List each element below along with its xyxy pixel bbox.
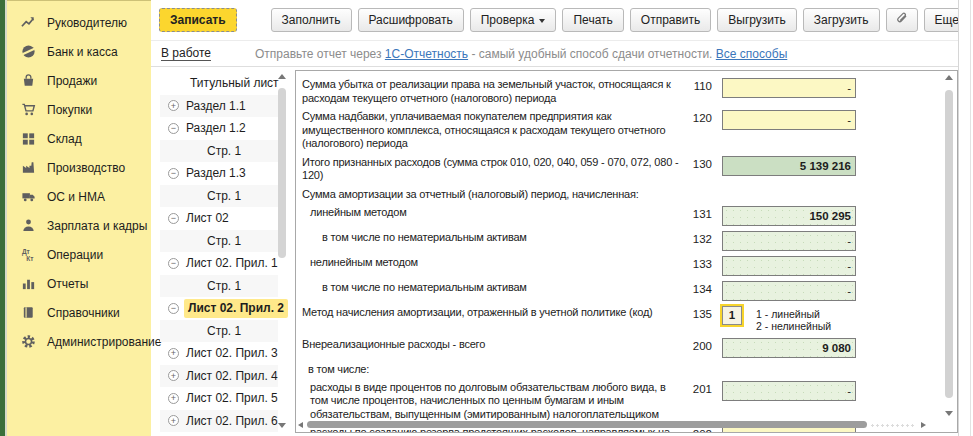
sidebar-item-bank[interactable]: Банк и касса (7, 37, 151, 66)
tree-item-раздел-1-2[interactable]: −Раздел 1.2 (160, 117, 278, 140)
field-200[interactable]: 9 080 (722, 338, 856, 358)
tree-item-label: Стр. 1 (207, 189, 241, 203)
print-button[interactable]: Печать (562, 8, 623, 32)
tree-item-стр-1[interactable]: Стр. 1 (160, 140, 278, 163)
tree-item-раздел-1-1[interactable]: +Раздел 1.1 (160, 95, 278, 118)
legend-line: 2 - нелинейный (756, 320, 831, 333)
tree-item-лист-02-прил-5[interactable]: +Лист 02. Прил. 5 (160, 387, 278, 410)
tree-item-лист-02-прил-4[interactable]: +Лист 02. Прил. 4 (160, 365, 278, 388)
sidebar-item-label: Отчеты (47, 277, 88, 291)
form-hscrollbar-track[interactable] (870, 423, 914, 427)
attachments-button[interactable] (886, 8, 918, 32)
trend-icon (20, 15, 36, 31)
report-status-link[interactable]: В работе (161, 46, 211, 61)
sidebar-item-admin[interactable]: Администрирование (7, 327, 151, 356)
save-button[interactable]: Записать (159, 8, 237, 32)
import-button[interactable]: Загрузить (803, 8, 880, 32)
all-ways-link[interactable]: Все способы (716, 47, 788, 61)
tree-item-label: Лист 02. Прил. 4 (186, 369, 278, 383)
tree-item-лист-02-прил-2[interactable]: −Лист 02. Прил. 2 (160, 297, 278, 320)
decrypt-button[interactable]: Расшифровать (358, 8, 464, 32)
sidebar-item-warehouse[interactable]: Склад (7, 124, 151, 153)
form-scroll-up-icon[interactable] (945, 75, 953, 80)
expand-plus-icon[interactable]: + (168, 415, 179, 426)
tree-item-раздел-1-3[interactable]: −Раздел 1.3 (160, 162, 278, 185)
collapse-minus-icon[interactable]: − (168, 123, 179, 134)
row-label: в том числе по нематериальным активам (302, 281, 680, 295)
form-scroll-left-icon[interactable] (298, 422, 303, 428)
tree-item-лист-02-прил-1[interactable]: −Лист 02. Прил. 1 (160, 252, 278, 275)
field-134[interactable]: - (722, 281, 856, 301)
expand-plus-icon[interactable]: + (168, 348, 179, 359)
field-120[interactable]: - (722, 110, 856, 130)
row-code: 120 (682, 110, 712, 124)
field-201[interactable]: - (722, 381, 856, 401)
row-code: 200 (682, 338, 712, 352)
form-scroll-right-icon[interactable] (921, 422, 926, 428)
debit-credit-icon: ДтКт (20, 247, 36, 263)
export-button[interactable]: Выгрузить (717, 8, 797, 32)
check-button[interactable]: Проверка (470, 8, 557, 32)
field-131[interactable]: 150 295 (722, 206, 856, 226)
collapse-minus-icon[interactable]: − (168, 213, 179, 224)
factory-icon (20, 160, 36, 176)
sidebar-item-manager[interactable]: Руководителю (7, 8, 151, 37)
collapse-minus-icon[interactable]: − (168, 168, 179, 179)
collapse-minus-icon[interactable]: − (168, 303, 179, 314)
collapse-minus-icon[interactable]: − (168, 258, 179, 269)
tree-item-титульный-лист[interactable]: Титульный лист (160, 72, 278, 95)
tree-scroll-down-icon[interactable] (278, 423, 286, 428)
field-132[interactable]: - (722, 231, 856, 251)
button-label: Заполнить (282, 13, 341, 27)
button-label: Выгрузить (728, 13, 786, 27)
field-110[interactable]: - (722, 78, 856, 98)
tree-scrollbar-thumb[interactable] (278, 88, 286, 258)
report-section-tree: Титульный лист+Раздел 1.1−Раздел 1.2Стр.… (160, 72, 278, 432)
form-row-120: Сумма надбавки, уплачиваемая покупателем… (296, 110, 856, 151)
sidebar-item-label: Руководителю (47, 16, 127, 30)
tree-item-лист-02[interactable]: −Лист 02 (160, 207, 278, 230)
sidebar-item-purchases[interactable]: Покупки (7, 95, 151, 124)
book-icon (20, 305, 36, 321)
sidebar-item-label: Производство (47, 161, 125, 175)
tree-item-лист-02-прил-3[interactable]: +Лист 02. Прил. 3 (160, 342, 278, 365)
expand-plus-icon[interactable]: + (168, 100, 179, 111)
sidebar-item-catalogs[interactable]: Справочники (7, 298, 151, 327)
tree-item-стр-1[interactable]: Стр. 1 (160, 275, 278, 298)
chevron-down-icon (539, 19, 545, 23)
fill-button[interactable]: Заполнить (271, 8, 352, 32)
sidebar-item-operations[interactable]: ДтКтОперации (7, 240, 151, 269)
tree-item-стр-1[interactable]: Стр. 1 (160, 185, 278, 208)
form-vscrollbar-thumb[interactable] (945, 90, 953, 398)
field-130[interactable]: 5 139 216 (722, 156, 856, 176)
field-133[interactable]: - (722, 256, 856, 276)
sidebar-item-hr[interactable]: Зарплата и кадры (7, 211, 151, 240)
tree-item-стр-1[interactable]: Стр. 1 (160, 320, 278, 343)
status-note-prefix: Отправьте отчет через (255, 47, 385, 61)
sidebar-item-reports[interactable]: Отчеты (7, 269, 151, 298)
tree-scroll-up-icon[interactable] (278, 74, 286, 79)
tree-item-label: Лист 02. Прил. 6 (186, 414, 278, 428)
bank-icon (20, 44, 36, 60)
row-code: 130 (682, 156, 712, 170)
form-hscrollbar-thumb[interactable] (307, 421, 867, 428)
send-button[interactable]: Отправить (630, 8, 712, 32)
sidebar-item-production[interactable]: Производство (7, 153, 151, 182)
expand-plus-icon[interactable]: + (168, 393, 179, 404)
form-rows: Сумма убытка от реализации права на земе… (296, 78, 856, 433)
sidebar-item-sales[interactable]: Продажи (7, 66, 151, 95)
tree-item-label: Стр. 1 (207, 234, 241, 248)
tree-item-лист-02-прил-6[interactable]: +Лист 02. Прил. 6 (160, 410, 278, 433)
row-label: Внереализационные расходы - всего (302, 338, 680, 352)
form-scroll-down-icon[interactable] (945, 411, 953, 416)
tree-item-label: Лист 02. Прил. 1 (186, 256, 278, 270)
expand-plus-icon[interactable]: + (168, 370, 179, 381)
service-link[interactable]: 1С-Отчетность (385, 47, 468, 61)
tree-item-label: Лист 02. Прил. 3 (186, 346, 278, 360)
row-code: 133 (682, 256, 712, 270)
sidebar-item-label: Продажи (47, 74, 97, 88)
tree-item-стр-1[interactable]: Стр. 1 (160, 230, 278, 253)
row-label: Сумма надбавки, уплачиваемая покупателем… (302, 110, 680, 151)
field-135[interactable]: 1 (722, 306, 742, 325)
sidebar-item-os-nma[interactable]: ОС и НМА (7, 182, 151, 211)
